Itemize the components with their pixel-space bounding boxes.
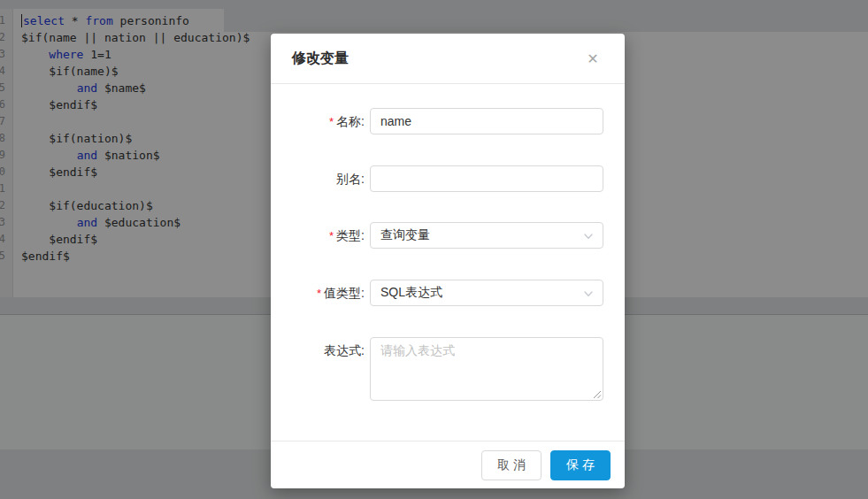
chevron-down-icon <box>583 288 594 299</box>
name-label: *名称: <box>271 108 370 135</box>
form-row-expression: 表达式: <box>271 337 603 401</box>
type-select[interactable]: 查询变量 <box>370 222 603 249</box>
form-row-value-type: *值类型: SQL表达式 <box>271 280 603 307</box>
cancel-button[interactable]: 取 消 <box>481 450 542 480</box>
modal-title: 修改变量 <box>292 50 349 68</box>
form-row-type: *类型: 查询变量 <box>271 222 603 250</box>
alias-input[interactable] <box>370 165 603 192</box>
expression-label: 表达式: <box>271 337 370 364</box>
alias-label: 别名: <box>271 165 370 192</box>
value-type-select[interactable]: SQL表达式 <box>370 280 603 306</box>
form-row-alias: 别名: <box>271 165 603 192</box>
modal-body: *名称: 别名: *类型: 查 <box>271 84 625 431</box>
required-asterisk: * <box>317 287 321 300</box>
close-icon[interactable]: ✕ <box>575 34 611 84</box>
edit-variable-modal: 修改变量 ✕ *名称: 别名: <box>271 34 625 488</box>
type-label: *类型: <box>271 222 370 250</box>
app-screen: 123456789101112131415 select * from pers… <box>0 0 868 499</box>
required-asterisk: * <box>329 229 334 242</box>
modal-footer: 取 消 保 存 <box>271 441 625 488</box>
modal-header: 修改变量 ✕ <box>271 34 625 84</box>
chevron-down-icon <box>583 231 594 242</box>
form-row-name: *名称: <box>271 108 603 135</box>
required-asterisk: * <box>329 115 334 128</box>
save-button[interactable]: 保 存 <box>550 450 611 480</box>
value-type-label: *值类型: <box>271 280 370 307</box>
type-select-value: 查询变量 <box>380 227 578 243</box>
name-input[interactable] <box>370 108 603 134</box>
value-type-select-value: SQL表达式 <box>380 285 578 301</box>
expression-textarea[interactable] <box>370 337 603 401</box>
